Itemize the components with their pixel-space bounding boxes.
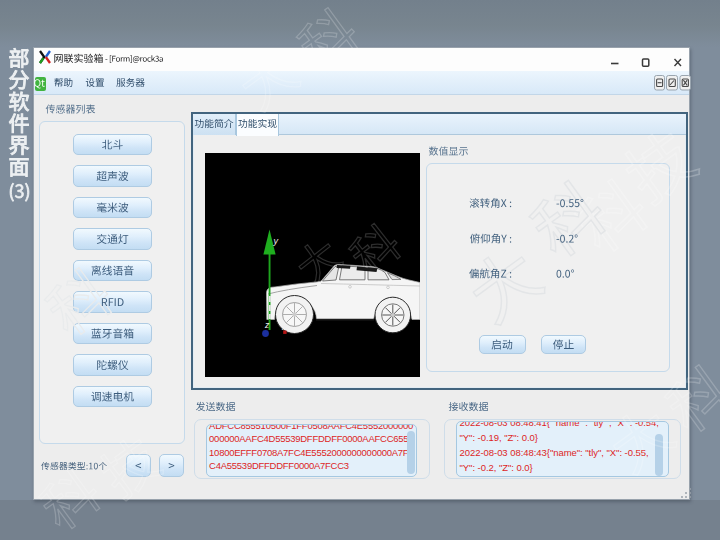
svg-text:y: y xyxy=(273,236,279,246)
svg-text:z: z xyxy=(264,319,270,329)
